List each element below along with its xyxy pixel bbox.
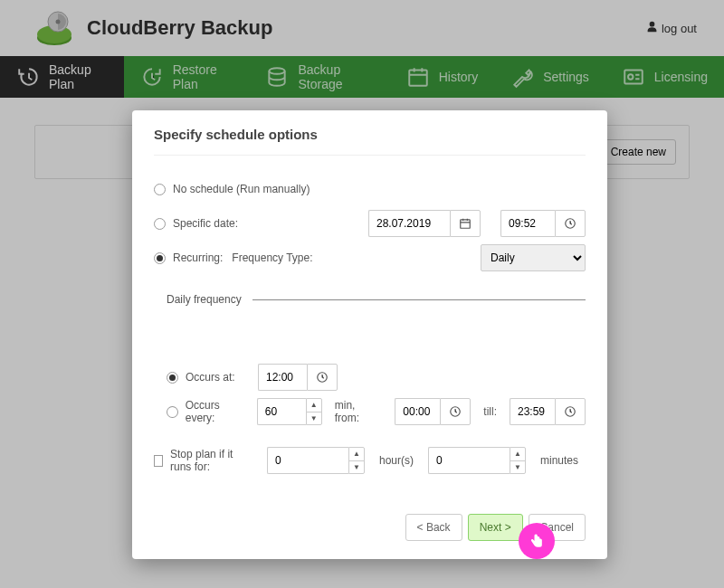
- daily-frequency-options: Occurs at: Occurs every: ▲ ▼: [154, 360, 586, 478]
- option-label: Occurs at:: [186, 371, 251, 384]
- till-time-group: [510, 398, 586, 425]
- till-time-input[interactable]: [510, 398, 555, 425]
- option-occurs-every: Occurs every: ▲ ▼ min, from: till:: [154, 394, 586, 429]
- option-stop-plan: Stop plan if it runs for: ▲ ▼ hour(s) ▲ …: [154, 443, 586, 478]
- occurs-at-time-group: [258, 364, 338, 391]
- hours-input[interactable]: [267, 447, 348, 474]
- option-specific-date: Specific date:: [154, 206, 586, 241]
- svg-rect-8: [461, 220, 471, 228]
- clock-icon: [564, 405, 576, 418]
- option-no-schedule: No schedule (Run manually): [154, 172, 586, 206]
- schedule-options-dialog: Specify schedule options No schedule (Ru…: [132, 110, 607, 559]
- occurs-every-spinner: ▲ ▼: [257, 398, 322, 425]
- spinner-up-button[interactable]: ▲: [510, 448, 525, 461]
- option-occurs-at: Occurs at:: [154, 360, 586, 394]
- spinner-down-button[interactable]: ▼: [307, 413, 321, 425]
- option-label: Stop plan if it runs for:: [170, 448, 247, 473]
- spinner-down-button[interactable]: ▼: [510, 461, 525, 474]
- occurs-every-unit: min, from:: [335, 399, 383, 424]
- checkbox-stop-plan[interactable]: [154, 455, 163, 467]
- date-input[interactable]: [368, 210, 450, 237]
- radio-occurs-every[interactable]: [167, 406, 178, 418]
- minutes-unit: minutes: [540, 454, 578, 467]
- dialog-title: Specify schedule options: [154, 127, 586, 156]
- calendar-icon: [459, 217, 472, 230]
- minutes-input[interactable]: [428, 447, 510, 474]
- occurs-at-time-input[interactable]: [258, 364, 307, 391]
- schedule-options: No schedule (Run manually) Specific date…: [154, 156, 586, 478]
- back-button[interactable]: < Back: [405, 514, 462, 541]
- time-input-group: [500, 210, 586, 237]
- option-label: Recurring:: [173, 251, 223, 264]
- from-time-input[interactable]: [395, 398, 440, 425]
- date-input-group: [368, 210, 481, 237]
- till-label: till:: [483, 405, 497, 418]
- time-picker-button[interactable]: [440, 398, 471, 425]
- option-label: No schedule (Run manually): [173, 183, 310, 195]
- spinner-buttons: ▲ ▼: [510, 447, 526, 474]
- time-input[interactable]: [500, 210, 555, 237]
- daily-frequency-header: Daily frequency: [167, 293, 586, 306]
- spinner-up-button[interactable]: ▲: [349, 448, 364, 461]
- time-picker-button[interactable]: [555, 398, 586, 425]
- radio-recurring[interactable]: [154, 252, 166, 264]
- spinner-up-button[interactable]: ▲: [307, 399, 321, 413]
- clock-icon: [316, 371, 329, 384]
- divider: [252, 299, 586, 300]
- next-button[interactable]: Next >: [468, 514, 523, 541]
- time-picker-button[interactable]: [307, 364, 338, 391]
- frequency-type-select[interactable]: Daily: [481, 244, 586, 271]
- spinner-buttons: ▲ ▼: [348, 447, 365, 474]
- occurs-every-input[interactable]: [257, 398, 306, 425]
- hours-unit: hour(s): [379, 454, 414, 467]
- clock-icon: [449, 405, 462, 418]
- option-label: Occurs every:: [186, 399, 250, 424]
- radio-occurs-at[interactable]: [167, 372, 178, 384]
- cursor-indicator: [519, 523, 555, 559]
- option-recurring: Recurring: Frequency Type: Daily: [154, 241, 586, 275]
- minutes-spinner: ▲ ▼: [428, 447, 526, 474]
- time-picker-button[interactable]: [555, 210, 586, 237]
- calendar-button[interactable]: [450, 210, 481, 237]
- option-label: Specific date:: [173, 217, 238, 230]
- clock-icon: [564, 217, 576, 230]
- radio-specific-date[interactable]: [154, 218, 166, 230]
- hours-spinner: ▲ ▼: [267, 447, 365, 474]
- radio-no-schedule[interactable]: [154, 184, 166, 195]
- spinner-buttons: ▲ ▼: [306, 398, 322, 425]
- spinner-down-button[interactable]: ▼: [349, 461, 364, 474]
- from-time-group: [395, 398, 471, 425]
- frequency-type-label: Frequency Type:: [232, 251, 312, 264]
- pointer-icon: [528, 532, 546, 550]
